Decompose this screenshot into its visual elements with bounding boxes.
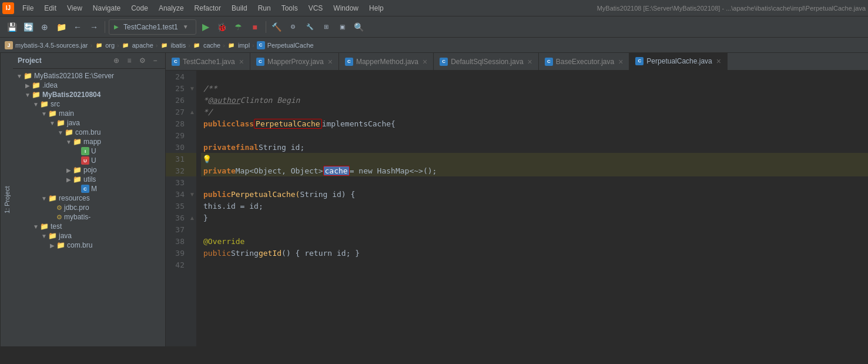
tree-item-src[interactable]: ▼ 📁 src bbox=[13, 99, 165, 109]
fold-36[interactable]: ▲ bbox=[188, 215, 196, 221]
resources-folder-icon: 📁 bbox=[48, 194, 57, 202]
menu-navigate[interactable]: Navigate bbox=[88, 2, 125, 14]
save-button[interactable]: 💾 bbox=[5, 20, 19, 34]
tab-close-baseexecutor[interactable]: × bbox=[618, 58, 623, 66]
tab-perpetualcache[interactable]: C PerpetualCache.java × bbox=[629, 53, 728, 70]
fold-25[interactable]: ▼ bbox=[188, 85, 196, 92]
tree-item-main[interactable]: ▼ 📁 main bbox=[13, 109, 165, 118]
sidebar-header: Project ⊕ ≡ ⚙ − bbox=[13, 53, 165, 69]
sync-button[interactable]: 🔄 bbox=[21, 20, 35, 34]
window-title: MyBatis202108 [E:\Server\MyBatis202108] … bbox=[597, 5, 866, 12]
menu-code[interactable]: Code bbox=[126, 2, 153, 14]
bulb-icon[interactable]: 💡 bbox=[202, 155, 212, 163]
tree-item-u-class[interactable]: U U bbox=[13, 156, 165, 165]
tree-item-utils[interactable]: ▶ 📁 utils bbox=[13, 175, 165, 184]
tab-close-perpetualcache[interactable]: × bbox=[716, 57, 721, 65]
code-lines[interactable]: /** * @author Clinton Begin */ public cl… bbox=[196, 71, 868, 346]
breadcrumb-org[interactable]: org bbox=[105, 42, 115, 49]
tree-item-mapp[interactable]: ▼ 📁 mapp bbox=[13, 137, 165, 146]
m-class-icon: C bbox=[81, 185, 89, 193]
tree-arrow-pojo[interactable]: ▶ bbox=[65, 167, 73, 173]
menu-build[interactable]: Build bbox=[227, 2, 252, 14]
tree-arrow-resources[interactable]: ▼ bbox=[40, 195, 48, 202]
tree-item-jdbc[interactable]: ⚙ jdbc.pro bbox=[13, 203, 165, 212]
tree-arrow-java[interactable]: ▼ bbox=[48, 120, 56, 126]
menu-run[interactable]: Run bbox=[253, 2, 276, 14]
run-config-dropdown[interactable]: ▶ TestCache1.test1 ▼ bbox=[109, 19, 196, 35]
tree-item-test[interactable]: ▼ 📁 test bbox=[13, 222, 165, 231]
tree-item-combru[interactable]: ▼ 📁 com.bru bbox=[13, 128, 165, 137]
menu-edit[interactable]: Edit bbox=[39, 2, 61, 14]
tree-arrow-utils[interactable]: ▶ bbox=[65, 176, 73, 183]
tree-item-m[interactable]: C M bbox=[13, 184, 165, 193]
menu-window[interactable]: Window bbox=[329, 2, 363, 14]
project-tab-vertical[interactable]: 1: Project bbox=[0, 53, 13, 346]
tab-mapperproxy[interactable]: C MapperProxy.java × bbox=[250, 53, 339, 70]
tab-defaultsqlsession[interactable]: C DefaultSqlSession.java × bbox=[434, 53, 539, 70]
menu-vcs[interactable]: VCS bbox=[304, 2, 328, 14]
tree-arrow-mybatis[interactable]: ▼ bbox=[24, 92, 32, 98]
tree-item-testcombru[interactable]: ▶ 📁 com.bru bbox=[13, 241, 165, 250]
editor-content[interactable]: 24 25 ▼ 26 27 ▲ 28 bbox=[166, 71, 868, 346]
add-scope-button[interactable]: ⊕ bbox=[111, 55, 122, 66]
breadcrumb-apache[interactable]: apache bbox=[132, 42, 153, 49]
tree-item-mybatisconf[interactable]: ⚙ mybatis- bbox=[13, 212, 165, 222]
forward-button[interactable]: → bbox=[87, 20, 101, 34]
menu-refactor[interactable]: Refactor bbox=[190, 2, 226, 14]
settings-button[interactable]: ⚙ bbox=[137, 55, 148, 66]
tab-testcache1[interactable]: C TestCache1.java × bbox=[166, 53, 250, 70]
tab-close-mappermethod[interactable]: × bbox=[423, 58, 427, 66]
breadcrumb-impl[interactable]: impl bbox=[238, 42, 250, 49]
ln-33: 33 bbox=[166, 178, 188, 187]
tree-arrow-testjava[interactable]: ▼ bbox=[40, 233, 48, 239]
tab-close-testcache1[interactable]: × bbox=[239, 58, 244, 66]
tree-item-testjava[interactable]: ▼ 📁 java bbox=[13, 231, 165, 241]
fold-27[interactable]: ▲ bbox=[188, 109, 196, 115]
rebuild-button[interactable]: ⚙ bbox=[286, 20, 300, 34]
breadcrumb-jar[interactable]: mybatis-3.4.5-sources.jar bbox=[15, 42, 88, 49]
tree-arrow-main[interactable]: ▼ bbox=[40, 111, 48, 117]
open-folder-button[interactable]: 📁 bbox=[54, 20, 68, 34]
fold-34[interactable]: ▼ bbox=[188, 191, 196, 198]
run-button[interactable]: ▶ bbox=[199, 20, 213, 34]
collapse-button[interactable]: − bbox=[150, 55, 160, 66]
breadcrumb-class[interactable]: PerpetualCache bbox=[267, 42, 314, 49]
tree-arrow-idea[interactable]: ▶ bbox=[24, 82, 32, 89]
tab-baseexecutor[interactable]: C BaseExecutor.java × bbox=[539, 53, 630, 70]
menu-view[interactable]: View bbox=[62, 2, 87, 14]
tree-item-resources[interactable]: ▼ 📁 resources bbox=[13, 193, 165, 203]
tree-item-mybatis[interactable]: ▼ 📁 MyBatis20210804 bbox=[13, 90, 165, 99]
new-file-button[interactable]: ⊕ bbox=[38, 20, 52, 34]
tree-arrow-src[interactable]: ▼ bbox=[32, 101, 40, 108]
breadcrumb-cache[interactable]: cache bbox=[203, 42, 220, 49]
tree-arrow-root[interactable]: ▼ bbox=[15, 73, 24, 79]
tree-item-pojo[interactable]: ▶ 📁 pojo bbox=[13, 165, 165, 175]
map-type-32: Map<Object, Object> bbox=[236, 166, 323, 175]
tab-close-defaultsqlsession[interactable]: × bbox=[528, 58, 532, 66]
tree-item-root[interactable]: ▼ 📁 MyBatis202108 E:\Server bbox=[13, 71, 165, 81]
tree-arrow-test[interactable]: ▼ bbox=[32, 223, 40, 230]
tree-item-java[interactable]: ▼ 📁 java bbox=[13, 118, 165, 128]
search-button[interactable]: 🔍 bbox=[352, 20, 366, 34]
menu-analyze[interactable]: Analyze bbox=[154, 2, 189, 14]
tree-arrow-combru[interactable]: ▼ bbox=[56, 129, 65, 136]
record-button[interactable]: ▣ bbox=[336, 20, 350, 34]
back-button[interactable]: ← bbox=[71, 20, 85, 34]
attach-button[interactable]: 🔧 bbox=[303, 20, 317, 34]
tree-arrow-testcombru[interactable]: ▶ bbox=[48, 242, 56, 249]
tree-arrow-mapp[interactable]: ▼ bbox=[65, 139, 73, 145]
tree-item-u-interface[interactable]: I U bbox=[13, 146, 165, 156]
build-button[interactable]: 🔨 bbox=[270, 20, 284, 34]
coverage-button[interactable]: ☂ bbox=[232, 20, 246, 34]
menu-tools[interactable]: Tools bbox=[277, 2, 303, 14]
menu-file[interactable]: File bbox=[18, 2, 38, 14]
stop-button[interactable]: ■ bbox=[248, 20, 262, 34]
tree-item-idea[interactable]: ▶ 📁 .idea bbox=[13, 81, 165, 90]
debug-button[interactable]: 🐞 bbox=[215, 20, 229, 34]
menu-help[interactable]: Help bbox=[364, 2, 388, 14]
scroll-from-source-button[interactable]: ≡ bbox=[124, 55, 135, 66]
layout-button[interactable]: ⊞ bbox=[319, 20, 333, 34]
breadcrumb-ibatis[interactable]: ibatis bbox=[171, 42, 186, 49]
tab-close-mapperproxy[interactable]: × bbox=[328, 58, 333, 66]
tab-mappermethod[interactable]: C MapperMethod.java × bbox=[339, 53, 434, 70]
